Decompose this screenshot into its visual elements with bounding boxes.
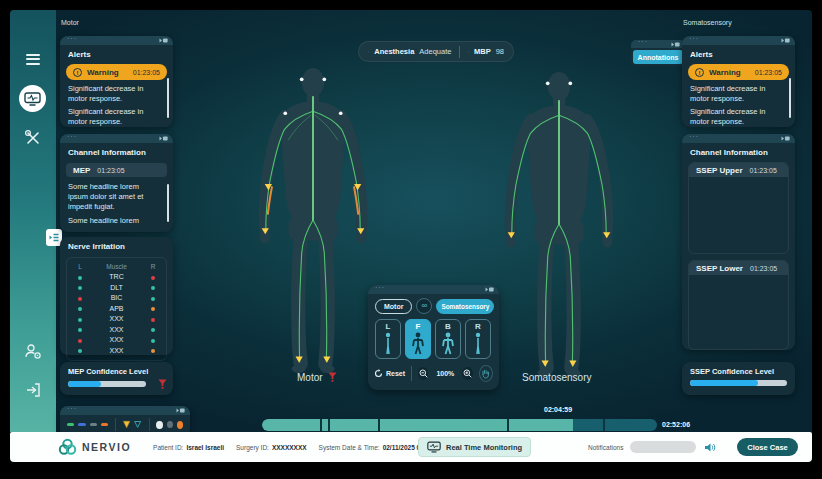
alerts-card-somatosensory: ··· Alerts ! Warning 01:23:05 Significan… (682, 36, 795, 127)
right-panel-title: Somatosensory (683, 19, 732, 26)
drag-handle-icon[interactable]: ··· (67, 133, 77, 140)
confidence-bar (68, 381, 146, 387)
somatosensory-mode-button[interactable]: Somatosensory (436, 299, 494, 314)
confidence-bar (690, 380, 787, 386)
speaker-icon[interactable] (704, 442, 716, 453)
person-front-icon (411, 332, 425, 356)
card-header[interactable]: ··· (60, 36, 173, 45)
menu-icon[interactable] (10, 51, 56, 67)
monitor-waveform-icon (24, 92, 41, 106)
reset-button[interactable]: Reset (374, 369, 405, 378)
card-header[interactable]: ··· (60, 134, 173, 143)
drag-handle-icon[interactable]: ··· (689, 35, 699, 42)
muscle-name: XXX (89, 315, 144, 322)
person-side-icon (383, 332, 393, 356)
dock-icon[interactable] (781, 136, 790, 141)
monitoring-nav-button[interactable] (19, 85, 46, 112)
card-header[interactable]: ··· (631, 40, 685, 48)
left-panel-title: Motor (61, 19, 79, 26)
channel-name: MEP (73, 166, 90, 175)
zoom-in-button[interactable] (462, 367, 473, 380)
channel-header-ssep-lower[interactable]: SSEP Lower 01:23:05 (689, 261, 788, 275)
motor-mode-button[interactable]: Motor (375, 299, 412, 314)
motor-body-figure[interactable] (250, 66, 376, 374)
tools-nav-button[interactable] (10, 129, 56, 147)
channel-header-ssep-upper[interactable]: SSEP Upper 01:23:05 (689, 163, 788, 177)
motor-figure-label: Motor (297, 372, 337, 383)
dock-icon[interactable] (671, 42, 680, 47)
channel-time: 01:23:05 (750, 167, 777, 174)
timeline-segment-divider (320, 419, 322, 431)
annotations-card: ··· Annotations (631, 40, 685, 66)
user-gear-icon (24, 343, 42, 360)
zoom-in-icon (463, 369, 472, 378)
alert-message: Significant decrease in motor response. (60, 103, 173, 126)
confidence-fill (68, 381, 101, 387)
legend-circle-white (156, 421, 162, 429)
confidence-fill (690, 380, 758, 386)
anesthesia-value: Adequate (419, 47, 451, 56)
ssep-confidence-card: SSEP Confidence Level (682, 362, 795, 395)
channel-header-mep[interactable]: MEP 01:23:05 (66, 163, 167, 177)
mep-confidence-card: MEP Confidence Level (60, 362, 173, 395)
card-header[interactable]: ··· (368, 285, 499, 294)
dock-icon[interactable] (159, 136, 168, 141)
datetime-label: System Date & Time: (319, 444, 380, 451)
user-settings-nav-button[interactable] (10, 343, 56, 360)
timeline-progress (262, 419, 573, 431)
muscle-name: XXX (89, 347, 144, 354)
link-modes-icon[interactable]: ∞ (416, 298, 432, 314)
view-button-front[interactable]: F (405, 319, 431, 359)
rotate-gesture-button[interactable] (479, 365, 493, 382)
zoom-out-icon (419, 369, 428, 378)
monitor-waveform-icon (427, 441, 441, 453)
channel-info-title: Channel Information (60, 143, 173, 160)
logout-nav-button[interactable] (10, 382, 56, 398)
somatosensory-body-figure[interactable] (496, 70, 622, 378)
legend-dash-gray (90, 423, 97, 426)
view-button-back[interactable]: B (435, 319, 461, 359)
channel-body-text: Some headline lorem ipsum dolor sit amet… (60, 177, 173, 211)
drag-handle-icon[interactable]: ··· (638, 38, 648, 45)
nervio-logo (58, 438, 77, 456)
dock-icon[interactable] (176, 408, 185, 413)
card-header[interactable]: ··· (60, 406, 190, 415)
close-case-button[interactable]: Close Case (737, 438, 798, 456)
scrollbar[interactable] (167, 78, 170, 118)
channel-time: 01:23:05 (750, 265, 777, 272)
card-header[interactable]: ··· (682, 36, 795, 45)
surgery-timeline[interactable] (262, 419, 657, 431)
scrollbar[interactable] (789, 78, 792, 118)
mbp-heart-icon (468, 47, 469, 57)
drag-handle-icon[interactable]: ··· (689, 133, 699, 140)
view-button-left[interactable]: L (375, 319, 401, 359)
dock-icon[interactable] (781, 38, 790, 43)
screen: Motor ··· Alerts ! Warning 01:23:05 Sign… (0, 0, 822, 479)
table-row[interactable]: XXX (71, 345, 162, 356)
annotations-button[interactable]: Annotations (633, 50, 683, 64)
legend-circle-orange (177, 421, 183, 429)
confidence-label: MEP Confidence Level (60, 362, 173, 379)
channel-info-card-motor: ··· Channel Information MEP 01:23:05 Som… (60, 134, 173, 232)
real-time-monitoring-chip[interactable]: Real Time Monitoring (418, 437, 531, 457)
app-window: Motor ··· Alerts ! Warning 01:23:05 Sign… (10, 10, 812, 462)
drag-handle-icon[interactable]: ··· (67, 35, 77, 42)
notifications-toggle[interactable] (630, 441, 696, 453)
view-button-right[interactable]: R (465, 319, 491, 359)
muscle-name: XXX (89, 336, 144, 343)
warning-icon: ! (73, 68, 82, 77)
dock-icon[interactable] (159, 38, 168, 43)
legend-circle-gray (167, 421, 173, 428)
warning-alert[interactable]: ! Warning 01:23:05 (688, 64, 789, 80)
muscle-name: XXX (89, 326, 144, 333)
warning-time: 01:23:05 (755, 69, 782, 76)
dock-icon[interactable] (485, 287, 494, 292)
figure-control-panel: ··· Motor ∞ Somatosensory L F (368, 285, 499, 390)
card-header[interactable]: ··· (682, 134, 795, 143)
zoom-out-button[interactable] (418, 367, 429, 380)
divider (411, 366, 412, 381)
scrollbar[interactable] (167, 184, 170, 222)
warning-alert[interactable]: ! Warning 01:23:05 (66, 64, 167, 80)
drag-handle-icon[interactable]: ··· (375, 284, 385, 291)
drag-handle-icon[interactable]: ··· (67, 405, 77, 412)
